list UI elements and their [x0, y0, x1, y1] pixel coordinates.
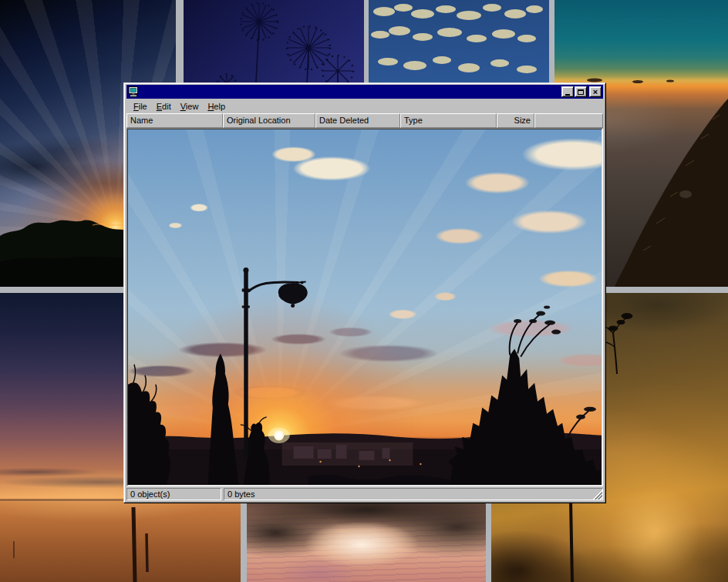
column-header-name[interactable]: Name	[126, 113, 223, 128]
status-size: 0 bytes	[224, 488, 603, 500]
column-header-date-deleted[interactable]: Date Deleted	[315, 113, 400, 128]
status-size-text: 0 bytes	[228, 489, 254, 499]
close-icon: ×	[593, 88, 598, 96]
column-header-type[interactable]: Type	[400, 113, 497, 128]
minimize-icon	[565, 94, 570, 96]
column-header-size[interactable]: Size	[497, 113, 534, 128]
column-header-row: Name Original Location Date Deleted Type…	[126, 113, 603, 128]
photo-silhouettes	[128, 130, 602, 485]
title-bar[interactable]: ×	[126, 85, 603, 99]
window-frame: × File Edit View Help Name Original Loca…	[124, 83, 605, 503]
recycle-bin-window: × File Edit View Help Name Original Loca…	[123, 82, 606, 503]
maximize-icon	[578, 89, 584, 95]
menu-help[interactable]: Help	[203, 100, 230, 113]
menu-edit[interactable]: Edit	[152, 100, 176, 113]
status-bar: 0 object(s) 0 bytes	[126, 488, 603, 500]
menu-file[interactable]: File	[129, 100, 152, 113]
menu-view[interactable]: View	[176, 100, 204, 113]
menu-bar: File Edit View Help	[126, 99, 603, 113]
column-header-stub	[534, 113, 603, 128]
file-list-area[interactable]	[126, 128, 603, 486]
column-header-original-location[interactable]: Original Location	[223, 113, 315, 128]
sunset-street-lamp-photo	[128, 130, 602, 485]
desktop: { "desktop": { "divider_color": "#b2b6ba…	[0, 0, 728, 582]
minimize-button[interactable]	[561, 86, 574, 97]
close-button[interactable]: ×	[589, 86, 602, 97]
computer-icon	[128, 86, 139, 97]
file-list-inner	[127, 129, 602, 486]
status-object-count: 0 object(s)	[126, 488, 221, 500]
resize-grip[interactable]	[592, 489, 602, 500]
maximize-button[interactable]	[575, 86, 587, 97]
